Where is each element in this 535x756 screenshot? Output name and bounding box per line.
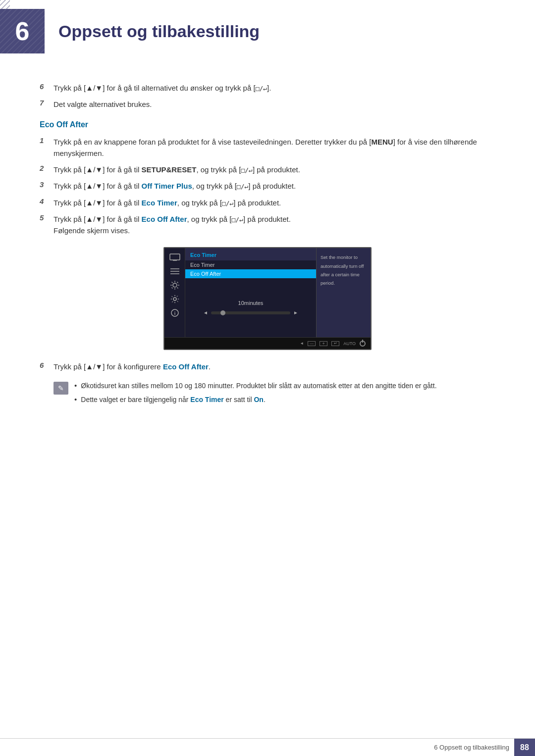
svg-line-11 xyxy=(171,282,172,283)
item-text: Trykk på [▲/▼] for å gå til Off Timer Pl… xyxy=(54,180,495,192)
page-header: 6 Oppsett og tilbakestilling xyxy=(0,0,535,62)
slider-left-arrow: ◄ xyxy=(203,310,208,315)
brightness-icon xyxy=(169,281,180,290)
monitor-desc-text: Set the monitor to automatically turn of… xyxy=(321,254,364,286)
item-number: 2 xyxy=(40,164,54,172)
note-item: • Økotidsuret kan stilles mellom 10 og 1… xyxy=(74,381,495,392)
list-item: 2 Trykk på [▲/▼] for å gå til SETUP&RESE… xyxy=(40,164,495,175)
menu-header: Eco Timer xyxy=(185,248,316,260)
gear-icon xyxy=(169,295,180,303)
monitor-bottom-bar: ◄ — + ↵ AUTO xyxy=(164,337,371,349)
list-item: 5 Trykk på [▲/▼] for å gå til Eco Off Af… xyxy=(40,213,495,237)
note-icon: ✎ xyxy=(54,382,69,395)
lines-icon xyxy=(169,267,180,276)
chapter-number: 6 xyxy=(15,16,30,46)
chapter-number-box: 6 xyxy=(0,9,45,53)
monitor-menu: Eco Timer Eco Timer Eco Off After 10minu… xyxy=(185,248,316,337)
menu-item-eco-off-after: Eco Off After xyxy=(185,269,316,278)
slider-right-arrow: ► xyxy=(293,310,298,315)
note-text: Økotidsuret kan stilles mellom 10 og 180… xyxy=(81,381,436,392)
item-number: 1 xyxy=(40,136,54,145)
power-icon xyxy=(360,341,366,347)
svg-text:✎: ✎ xyxy=(58,384,64,392)
page-content: 6 Trykk på [▲/▼] for å gå til alternativ… xyxy=(0,62,535,432)
section-heading: Eco Off After xyxy=(40,120,495,129)
item-text: Trykk på [▲/▼] for å gå til SETUP&RESET,… xyxy=(54,164,495,175)
monitor-sidebar: i xyxy=(164,248,185,337)
bullet-dot: • xyxy=(74,381,77,390)
list-item-step6: 6 Trykk på [▲/▼] for å konfigurere Eco O… xyxy=(40,361,495,372)
monitor-ui: i Eco Timer Eco Timer Eco Off After 10mi… xyxy=(163,247,372,350)
svg-text:i: i xyxy=(174,311,175,316)
page-footer: 6 Oppsett og tilbakestilling 88 xyxy=(0,738,535,756)
item-number: 5 xyxy=(40,213,54,222)
footer-page-number: 88 xyxy=(514,739,535,756)
item-number: 7 xyxy=(40,99,54,107)
item-text: Trykk på [▲/▼] for å gå til Eco Timer, o… xyxy=(54,197,495,208)
note-row: ✎ • Økotidsuret kan stilles mellom 10 og… xyxy=(54,381,495,409)
svg-line-12 xyxy=(177,288,178,289)
list-item: 1 Trykk på en av knappene foran på produ… xyxy=(40,136,495,159)
bottom-btn-auto: AUTO xyxy=(343,341,356,346)
menu-header-text: Eco Timer xyxy=(190,252,216,258)
footer-chapter-label: 6 Oppsett og tilbakestilling xyxy=(434,744,514,751)
slider-label: 10minutes xyxy=(238,300,264,306)
bottom-btn-minus: — xyxy=(308,341,316,346)
monitor-description: Set the monitor to automatically turn of… xyxy=(316,248,371,337)
bottom-btn-plus: + xyxy=(320,341,327,346)
bottom-btn-enter: ↵ xyxy=(331,341,339,346)
note-text: Dette valget er bare tilgjengelig når Ec… xyxy=(81,395,266,405)
item-text: Trykk på [▲/▼] for å konfigurere Eco Off… xyxy=(54,361,495,372)
slider-track xyxy=(211,311,290,314)
bottom-btn-left: ◄ xyxy=(300,341,304,346)
item-number: 6 xyxy=(40,361,54,369)
svg-rect-0 xyxy=(170,254,180,260)
list-item: 7 Det valgte alternativet brukes. xyxy=(40,99,495,110)
item-text: Trykk på [▲/▼] for å gå til alternativet… xyxy=(54,82,495,94)
item-text: Det valgte alternativet brukes. xyxy=(54,99,495,110)
item-number: 4 xyxy=(40,197,54,205)
svg-line-14 xyxy=(171,288,172,289)
bullet-dot: • xyxy=(74,395,77,403)
slider-thumb xyxy=(220,310,225,315)
list-item: 4 Trykk på [▲/▼] for å gå til Eco Timer,… xyxy=(40,197,495,208)
monitor-icon xyxy=(169,253,180,262)
slider-track-container: ◄ ► xyxy=(189,310,312,315)
svg-point-15 xyxy=(173,298,176,301)
menu-item-eco-timer: Eco Timer xyxy=(185,260,316,269)
monitor-screenshot: i Eco Timer Eco Timer Eco Off After 10mi… xyxy=(40,247,495,350)
info-icon: i xyxy=(169,308,180,317)
list-item: 3 Trykk på [▲/▼] for å gå til Off Timer … xyxy=(40,180,495,192)
item-text: Trykk på [▲/▼] for å gå til Eco Off Afte… xyxy=(54,213,495,237)
item-number: 3 xyxy=(40,180,54,189)
svg-line-13 xyxy=(177,282,178,283)
menu-slider-area: 10minutes ◄ ► xyxy=(185,278,316,337)
svg-point-6 xyxy=(173,283,177,287)
item-text: Trykk på en av knappene foran på produkt… xyxy=(54,136,495,159)
list-item: 6 Trykk på [▲/▼] for å gå til alternativ… xyxy=(40,82,495,94)
chapter-title: Oppsett og tilbakestilling xyxy=(45,22,260,41)
note-bullet-items: • Økotidsuret kan stilles mellom 10 og 1… xyxy=(74,381,495,409)
item-number: 6 xyxy=(40,82,54,91)
note-item: • Dette valget er bare tilgjengelig når … xyxy=(74,395,495,405)
